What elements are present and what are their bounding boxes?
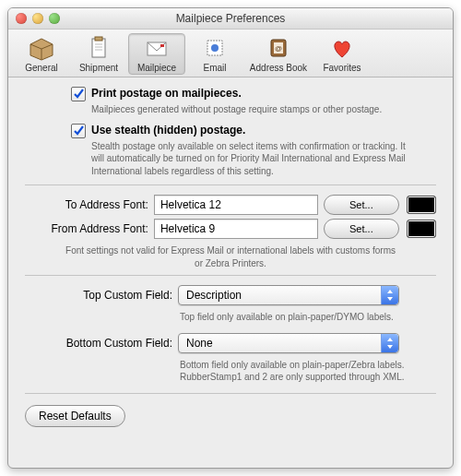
minimize-window-button[interactable] — [32, 13, 43, 24]
from-font-color-swatch[interactable] — [407, 220, 436, 238]
stealth-postage-label: Use stealth (hidden) postage. — [91, 124, 245, 137]
zoom-window-button[interactable] — [49, 13, 60, 24]
toolbar-label: General — [25, 63, 58, 73]
stealth-postage-checkbox[interactable] — [71, 124, 86, 138]
toolbar-tab-shipment[interactable]: Shipment — [71, 33, 126, 75]
updown-arrows-icon — [381, 334, 398, 352]
address-book-icon: @ — [264, 35, 293, 61]
stealth-postage-desc: Stealth postage only available on select… — [91, 140, 418, 178]
print-postage-label: Print postage on mailpieces. — [91, 87, 242, 100]
bottom-custom-popup[interactable]: None — [178, 333, 399, 353]
print-postage-desc: Mailpieces generated without postage req… — [91, 103, 418, 116]
toolbar-label: Email — [203, 63, 226, 73]
toolbar: General Shipment Mailpiece Email @ Addre… — [8, 30, 453, 77]
print-postage-checkbox[interactable] — [71, 87, 86, 101]
top-custom-label: Top Custom Field: — [25, 289, 178, 302]
content-area: Print postage on mailpieces. Mailpieces … — [8, 77, 453, 438]
divider — [25, 275, 436, 276]
from-font-set-button[interactable]: Set... — [324, 219, 399, 239]
toolbar-tab-address-book[interactable]: @ Address Book — [244, 33, 313, 75]
toolbar-tab-general[interactable]: General — [14, 33, 69, 75]
to-font-field[interactable]: Helvetica 12 — [154, 195, 318, 215]
top-custom-popup[interactable]: Description — [178, 285, 399, 305]
top-custom-note: Top field only available on plain-paper/… — [180, 311, 418, 324]
to-font-label: To Address Font: — [25, 198, 154, 211]
toolbar-tab-mailpiece[interactable]: Mailpiece — [128, 33, 185, 75]
toolbar-label: Address Book — [250, 63, 307, 73]
envelope-icon — [142, 35, 171, 61]
top-custom-value: Description — [186, 289, 242, 302]
bottom-custom-note: Bottom field only available on plain-pap… — [180, 359, 418, 384]
close-window-button[interactable] — [16, 13, 27, 24]
toolbar-label: Favorites — [323, 63, 361, 73]
divider — [25, 393, 436, 394]
from-font-field[interactable]: Helvetica 9 — [154, 219, 318, 239]
bottom-custom-label: Bottom Custom Field: — [25, 337, 178, 350]
svg-point-5 — [211, 44, 219, 52]
toolbar-tab-favorites[interactable]: Favorites — [314, 33, 370, 75]
preferences-window: Mailpiece Preferences General Shipment M… — [7, 7, 454, 469]
clipboard-icon — [84, 35, 113, 61]
svg-rect-3 — [160, 44, 164, 47]
svg-text:@: @ — [275, 44, 282, 53]
traffic-lights — [8, 13, 60, 24]
window-title: Mailpiece Preferences — [8, 12, 453, 25]
toolbar-label: Mailpiece — [137, 63, 176, 73]
svg-rect-1 — [95, 37, 102, 41]
titlebar: Mailpiece Preferences — [8, 8, 453, 30]
heart-icon — [327, 35, 357, 61]
from-font-label: From Address Font: — [25, 222, 154, 235]
svg-rect-0 — [92, 39, 105, 57]
to-font-set-button[interactable]: Set... — [324, 195, 399, 215]
toolbar-label: Shipment — [79, 63, 118, 73]
toolbar-tab-email[interactable]: Email — [187, 33, 242, 75]
updown-arrows-icon — [381, 286, 398, 304]
bottom-custom-value: None — [186, 337, 213, 350]
reset-defaults-button[interactable]: Reset Defaults — [25, 405, 125, 427]
box-icon — [27, 35, 56, 61]
divider — [25, 184, 436, 185]
font-note: Font settings not valid for Express Mail… — [62, 244, 399, 269]
to-font-color-swatch[interactable] — [407, 196, 436, 214]
stamp-icon — [200, 35, 230, 61]
